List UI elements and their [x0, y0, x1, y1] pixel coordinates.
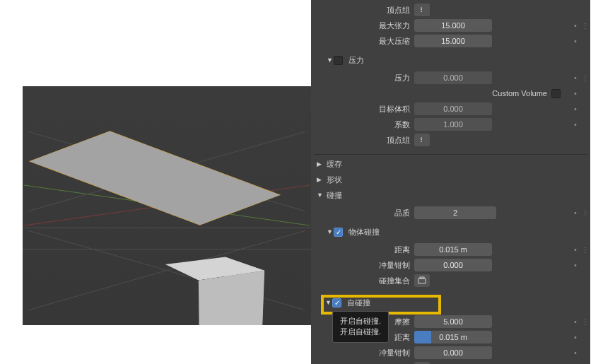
svg-rect-0 [418, 278, 426, 283]
viewport-scene [23, 86, 311, 325]
obj-collision-header[interactable]: ✓ 物体碰撞 [321, 224, 590, 240]
tooltip: 开启自碰撞. 开启自碰撞. [332, 311, 389, 343]
custom-volume-checkbox[interactable] [551, 89, 561, 98]
custom-volume-label: Custom Volume [331, 89, 551, 98]
shape-section-header[interactable]: 形状 [311, 172, 590, 187]
quality-field[interactable]: 2 [414, 206, 496, 219]
pressure-header-label: 压力 [348, 55, 364, 66]
collision-label: 碰撞 [327, 190, 342, 201]
self-friction-field[interactable]: 5.000 [414, 315, 492, 328]
row-menu-icon[interactable]: ⋮ [580, 22, 590, 30]
obj-collision-label: 物体碰撞 [348, 227, 380, 237]
self-impulse-field[interactable]: 0.000 [414, 346, 492, 359]
pressure-vg-picker[interactable]: ⠇ [414, 134, 430, 146]
row-menu-icon[interactable]: ⋮ [580, 318, 590, 326]
max-compress-label: 最大压缩 [331, 36, 414, 47]
pressure-checkbox[interactable] [334, 56, 343, 65]
keyframe-dot-icon[interactable]: • [570, 333, 580, 341]
disclosure-triangle-icon [317, 192, 324, 199]
factor-label: 系数 [331, 119, 414, 130]
target-volume-label: 目标体积 [331, 104, 414, 115]
max-compress-field[interactable]: 15.000 [414, 35, 492, 47]
viewport-3d[interactable] [23, 86, 311, 325]
vertex-group-top-picker[interactable]: ⠇ [414, 4, 430, 16]
cache-section-header[interactable]: 缓存 [311, 156, 590, 172]
disclosure-triangle-icon [317, 176, 324, 183]
pressure-section-header[interactable]: 压力 [321, 52, 590, 68]
obj-impulse-field[interactable]: 0.000 [414, 259, 492, 271]
self-collision-label: 自碰撞 [347, 298, 370, 308]
obj-collection-label: 碰撞集合 [331, 276, 414, 286]
keyframe-dot-icon[interactable]: • [570, 261, 580, 269]
factor-field[interactable]: 1.000 [414, 118, 492, 131]
keyframe-dot-icon[interactable]: • [570, 74, 580, 82]
mesh-plane[interactable] [30, 131, 280, 225]
row-menu-icon[interactable]: ⋮ [580, 74, 590, 82]
self-collision-checkbox[interactable]: ✓ [332, 298, 341, 307]
shape-label: 形状 [327, 175, 342, 185]
mesh-cube[interactable] [178, 266, 249, 325]
keyframe-dot-icon[interactable]: • [570, 37, 580, 45]
obj-distance-label: 距离 [331, 245, 414, 255]
row-menu-icon[interactable]: ⋮ [580, 246, 590, 254]
keyframe-dot-icon[interactable]: • [570, 317, 580, 326]
cache-label: 缓存 [327, 159, 342, 170]
self-collision-header[interactable]: ✓ 自碰撞 [321, 295, 590, 310]
keyframe-dot-icon[interactable]: • [570, 245, 580, 254]
pressure-vg-label: 顶点组 [331, 135, 414, 146]
pressure-field[interactable]: 0.000 [414, 71, 492, 84]
collision-section-header[interactable]: 碰撞 [311, 187, 590, 203]
target-volume-field[interactable]: 0.000 [414, 102, 492, 115]
collection-icon [418, 276, 426, 285]
svg-rect-1 [420, 277, 424, 278]
disclosure-triangle-icon [327, 228, 334, 235]
obj-collection-picker[interactable] [414, 274, 430, 287]
quality-label: 品质 [331, 208, 414, 218]
tooltip-line: 开启自碰撞. [340, 327, 381, 337]
vertex-group-top-label: 顶点组 [331, 5, 414, 16]
max-tension-label: 最大张力 [331, 20, 414, 31]
tooltip-line: 开启自碰撞. [340, 316, 381, 327]
obj-distance-field[interactable]: 0.015 m [414, 243, 492, 256]
self-impulse-label: 冲量钳制 [331, 348, 414, 358]
keyframe-dot-icon[interactable]: • [570, 209, 580, 217]
obj-collision-checkbox[interactable]: ✓ [334, 228, 343, 237]
row-menu-icon[interactable]: ⋮ [580, 209, 590, 217]
keyframe-dot-icon[interactable]: • [570, 89, 580, 98]
disclosure-triangle-icon [317, 160, 324, 168]
obj-impulse-label: 冲量钳制 [331, 260, 414, 271]
keyframe-dot-icon[interactable]: • [570, 21, 580, 30]
max-tension-field[interactable]: 15.000 [414, 19, 492, 32]
disclosure-triangle-icon [327, 57, 334, 64]
keyframe-dot-icon[interactable]: • [570, 348, 580, 357]
disclosure-triangle-icon [325, 299, 332, 306]
self-distance-field[interactable]: 0.015 m [414, 331, 492, 344]
keyframe-dot-icon[interactable]: • [570, 105, 580, 113]
pressure-label: 压力 [331, 73, 414, 83]
properties-panel: 顶点组 ⠇ 最大张力 15.000 • ⋮ 最大压缩 15.000 • 压力 压… [311, 0, 590, 364]
keyframe-dot-icon[interactable]: • [570, 120, 580, 129]
